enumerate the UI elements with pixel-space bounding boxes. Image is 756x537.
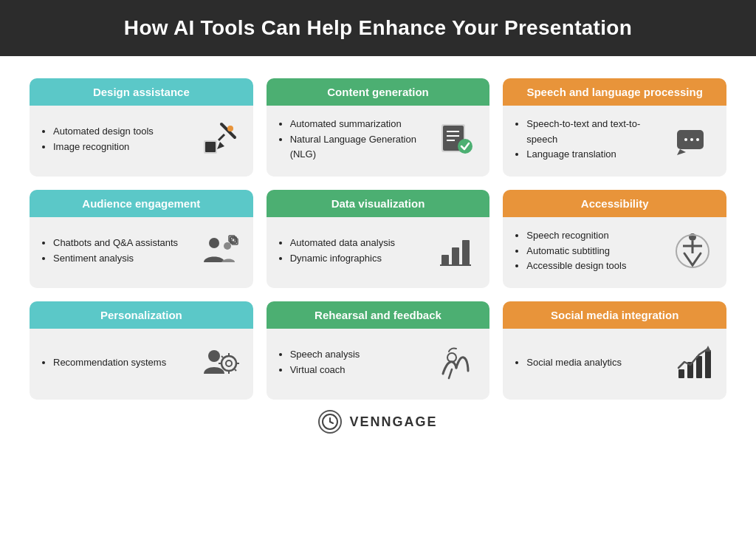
svg-point-28 [208, 350, 220, 362]
card-rehearsal-feedback: Rehearsal and feedbackSpeech analysisVir… [267, 301, 490, 400]
list-item: Automatic subtitling [526, 244, 663, 259]
card-header-audience-engagement: Audience engagement [30, 190, 253, 217]
card-social-media: Social media integrationSocial media ana… [503, 301, 726, 400]
list-item: Natural Language Generation (NLG) [290, 132, 427, 163]
svg-line-36 [235, 369, 236, 371]
svg-point-14 [696, 138, 699, 141]
list-item: Image recognition [53, 140, 190, 155]
svg-line-45 [330, 422, 333, 423]
svg-rect-40 [696, 356, 702, 378]
card-text-data-visualization: Automated data analysisDynamic infograph… [277, 236, 427, 267]
list-item: Automated design tools [53, 124, 190, 140]
list-item: Social media analytics [526, 355, 663, 371]
card-accessibility: AccessibilitySpeech recognitionAutomatic… [503, 190, 726, 288]
card-header-data-visualization: Data visualization [267, 190, 490, 217]
list-item: Recommendation systems [53, 355, 190, 371]
page-title: How AI Tools Can Help Enhance Your Prese… [30, 16, 726, 40]
card-text-rehearsal-feedback: Speech analysisVirtual coach [277, 347, 427, 378]
list-item: Speech analysis [290, 347, 427, 363]
card-body-rehearsal-feedback: Speech analysisVirtual coach [267, 332, 490, 389]
card-design-assistance: Design assistanceAutomated design toolsI… [30, 78, 253, 177]
card-header-rehearsal-feedback: Rehearsal and feedback [267, 301, 490, 329]
svg-rect-41 [705, 350, 711, 378]
card-data-visualization: Data visualizationAutomated data analysi… [267, 190, 490, 288]
card-text-speech-language: Speech-to-text and text-to-speechLanguag… [513, 117, 663, 163]
card-header-content-generation: Content generation [267, 78, 490, 106]
list-item: Speech recognition [526, 228, 663, 244]
list-item: Accessible design tools [526, 259, 663, 274]
dataviz-icon [432, 228, 479, 275]
design-icon [196, 116, 243, 163]
svg-rect-1 [205, 142, 216, 152]
card-grid: Design assistanceAutomated design toolsI… [30, 78, 726, 400]
card-text-social-media: Social media analytics [513, 355, 663, 371]
list-item: Sentiment analysis [53, 251, 190, 267]
list-item: Language translation [526, 147, 663, 163]
content-icon [432, 116, 479, 163]
svg-line-3 [219, 134, 224, 140]
svg-point-30 [226, 360, 232, 366]
card-text-personalization: Recommendation systems [40, 355, 190, 371]
card-body-content-generation: Automated summarizationNatural Language … [267, 109, 490, 166]
card-body-data-visualization: Automated data analysisDynamic infograph… [267, 220, 490, 278]
card-body-audience-engagement: Chatbots and Q&A assistantsSentiment ana… [30, 220, 253, 278]
svg-rect-22 [462, 240, 470, 265]
card-speech-language: Speech and language processingSpeech-to-… [503, 78, 726, 177]
card-header-accessibility: Accessibility [503, 190, 726, 217]
card-text-audience-engagement: Chatbots and Q&A assistantsSentiment ana… [40, 236, 190, 267]
svg-marker-42 [705, 346, 711, 352]
list-item: Dynamic infographics [290, 251, 427, 267]
svg-point-10 [458, 139, 472, 154]
card-body-accessibility: Speech recognitionAutomatic subtitlingAc… [503, 220, 726, 278]
svg-point-4 [227, 126, 233, 131]
card-body-personalization: Recommendation systems [30, 332, 253, 389]
svg-point-37 [447, 353, 456, 362]
card-body-speech-language: Speech-to-text and text-to-speechLanguag… [503, 109, 726, 166]
card-header-design-assistance: Design assistance [30, 78, 253, 106]
card-header-social-media: Social media integration [503, 301, 726, 329]
list-item: Chatbots and Q&A assistants [53, 236, 190, 251]
footer: VENNGAGE [30, 400, 726, 441]
svg-rect-21 [452, 247, 459, 265]
svg-rect-17 [230, 237, 236, 243]
card-personalization: PersonalizationRecommendation systems [30, 301, 253, 400]
svg-rect-20 [441, 255, 449, 265]
list-item: Automated summarization [290, 117, 427, 132]
footer-brand: VENNGAGE [349, 414, 437, 430]
list-item: Automated data analysis [290, 236, 427, 251]
venngage-logo-icon [318, 410, 342, 434]
card-text-content-generation: Automated summarizationNatural Language … [277, 117, 427, 163]
card-header-personalization: Personalization [30, 301, 253, 329]
card-text-accessibility: Speech recognitionAutomatic subtitlingAc… [513, 228, 663, 274]
card-header-speech-language: Speech and language processing [503, 78, 726, 106]
list-item: Speech-to-text and text-to-speech [526, 117, 663, 148]
personalization-icon [196, 339, 243, 386]
card-body-design-assistance: Automated design toolsImage recognition [30, 109, 253, 166]
svg-point-12 [684, 138, 687, 141]
rehearsal-icon [432, 339, 479, 386]
svg-rect-38 [678, 369, 684, 378]
card-audience-engagement: Audience engagementChatbots and Q&A assi… [30, 190, 253, 288]
audience-icon [196, 228, 243, 275]
list-item: Virtual coach [290, 363, 427, 378]
svg-line-35 [221, 356, 223, 358]
svg-point-29 [221, 356, 236, 371]
header: How AI Tools Can Help Enhance Your Prese… [0, 0, 756, 56]
svg-point-15 [209, 238, 219, 248]
social-icon [669, 339, 716, 386]
card-text-design-assistance: Automated design toolsImage recognition [40, 124, 190, 155]
card-body-social-media: Social media analytics [503, 332, 726, 389]
card-content-generation: Content generationAutomated summarizatio… [267, 78, 490, 177]
svg-point-13 [690, 138, 693, 141]
accessibility-icon [669, 228, 716, 275]
speech-icon [669, 116, 716, 163]
